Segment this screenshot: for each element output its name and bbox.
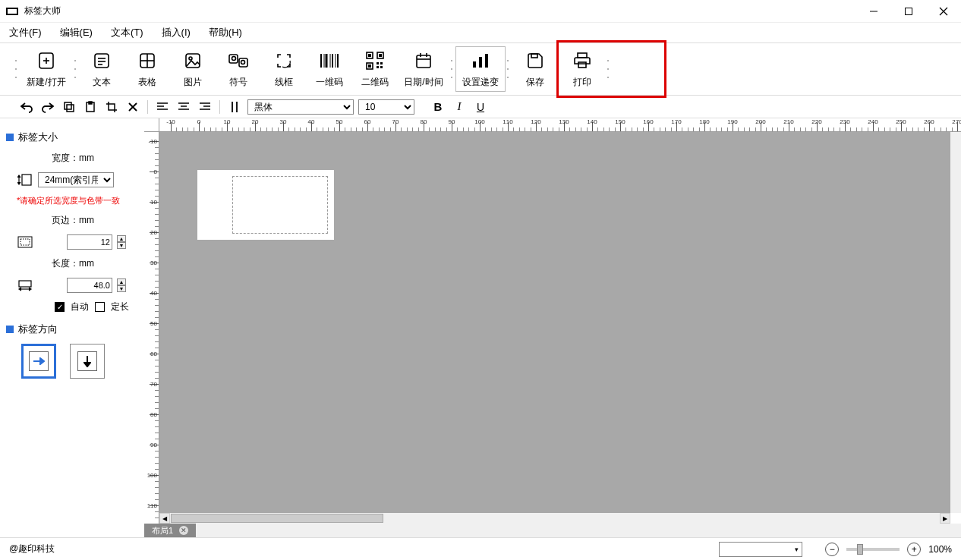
menu-insert[interactable]: 插入(I): [162, 26, 191, 39]
bold-button[interactable]: B: [430, 99, 446, 115]
ribbon-sep: [74, 51, 77, 87]
crop-button[interactable]: [103, 99, 120, 115]
width-select[interactable]: 24mm(索引用: [38, 172, 114, 187]
length-input[interactable]: [67, 278, 112, 293]
app-icon: [6, 8, 18, 15]
margin-input[interactable]: [67, 234, 112, 250]
font-select[interactable]: 黑体: [247, 99, 354, 115]
margin-row: ▲▼: [17, 234, 138, 250]
svg-rect-37: [377, 66, 379, 68]
section-marker-icon: [6, 326, 14, 333]
copy-button[interactable]: [61, 99, 77, 115]
vertical-scrollbar[interactable]: [950, 132, 961, 513]
print-icon: [572, 50, 593, 71]
ribbon-print[interactable]: 打印: [559, 46, 606, 92]
svg-rect-70: [19, 281, 31, 287]
delete-button[interactable]: [124, 99, 141, 115]
ribbon-sep: [451, 51, 454, 87]
layout-tab[interactable]: 布局1 ✕: [144, 524, 196, 537]
tab-close-icon[interactable]: ✕: [179, 526, 188, 535]
ribbon: 新建/打开 文本 表格 图片 符号 线框 一维码 二维码 日期/时间 设置递变 …: [0, 42, 961, 96]
svg-rect-48: [578, 62, 586, 68]
svg-point-19: [232, 56, 236, 60]
margin-label: 页边：mm: [52, 214, 138, 227]
menu-text[interactable]: 文本(T): [111, 26, 143, 39]
ribbon-datetime[interactable]: 日期/时间: [398, 46, 449, 92]
svg-rect-36: [380, 62, 383, 64]
zoom-in-button[interactable]: +: [907, 543, 921, 556]
length-icon: [17, 278, 33, 292]
sidebar: 标签大小 宽度：mm 24mm(索引用 *请确定所选宽度与色带一致 页边：mm …: [0, 118, 144, 537]
margin-spinner[interactable]: ▲▼: [117, 235, 126, 249]
label-canvas[interactable]: [197, 170, 334, 240]
ribbon-increment[interactable]: 设置递变: [455, 46, 506, 92]
canvas-area: -100102030405060708090100110120130140150…: [144, 118, 961, 537]
zoom-out-button[interactable]: −: [825, 543, 839, 556]
canvas-viewport[interactable]: [159, 132, 950, 513]
minimize-button[interactable]: [856, 0, 891, 23]
underline-button[interactable]: U: [472, 99, 489, 115]
ribbon-qrcode[interactable]: 二维码: [352, 46, 398, 92]
svg-point-17: [189, 57, 192, 60]
menu-help[interactable]: 帮助(H): [209, 26, 242, 39]
menu-edit[interactable]: 编辑(E): [60, 26, 93, 39]
status-combo[interactable]: ▾: [719, 542, 802, 557]
section-label-size: 标签大小: [6, 131, 138, 144]
svg-rect-39: [417, 55, 430, 68]
ribbon-barcode[interactable]: 一维码: [307, 46, 352, 92]
length-mode-row: ✓自动 定长: [55, 300, 138, 313]
text-icon: [91, 50, 112, 71]
ribbon-save[interactable]: 保存: [512, 46, 559, 92]
svg-rect-46: [531, 54, 537, 58]
undo-button[interactable]: [18, 99, 35, 115]
scroll-right-arrow[interactable]: ▶: [940, 513, 950, 524]
toolbar-separator: [147, 100, 148, 114]
svg-point-21: [241, 60, 245, 64]
ribbon-sep: [507, 51, 510, 87]
section-label-orient: 标签方向: [6, 322, 138, 336]
svg-rect-16: [186, 54, 200, 68]
orient-vertical-button[interactable]: [70, 344, 105, 379]
zoom-slider-knob[interactable]: [857, 544, 863, 555]
body: 标签大小 宽度：mm 24mm(索引用 *请确定所选宽度与色带一致 页边：mm …: [0, 118, 961, 537]
frame-icon: [273, 50, 295, 71]
horizontal-scrollbar[interactable]: ◀ ▶: [159, 513, 950, 524]
ruler-horizontal: -100102030405060708090100110120130140150…: [159, 118, 961, 132]
align-right-button[interactable]: [197, 99, 213, 115]
auto-checkbox[interactable]: ✓: [55, 302, 65, 312]
new-open-icon: [36, 50, 57, 71]
length-spinner[interactable]: ▲▼: [117, 278, 126, 292]
label-printable-area: [232, 176, 328, 234]
vertical-text-button[interactable]: [226, 99, 243, 115]
brand-label: @趣印科技: [9, 543, 55, 555]
orientation-row: [21, 344, 138, 379]
close-button[interactable]: [926, 0, 961, 23]
fixed-checkbox[interactable]: [95, 302, 105, 312]
svg-rect-43: [473, 61, 476, 68]
ribbon-frame[interactable]: 线框: [261, 46, 307, 92]
svg-rect-3: [906, 8, 912, 14]
align-left-button[interactable]: [154, 99, 171, 115]
svg-rect-66: [22, 175, 31, 185]
svg-rect-35: [377, 62, 379, 64]
redo-button[interactable]: [39, 99, 56, 115]
maximize-button[interactable]: [891, 0, 926, 23]
scroll-thumb[interactable]: [171, 514, 383, 523]
ribbon-table[interactable]: 表格: [124, 46, 170, 92]
ribbon-new-open[interactable]: 新建/打开: [20, 46, 73, 92]
italic-button[interactable]: I: [451, 99, 468, 115]
ribbon-image[interactable]: 图片: [170, 46, 216, 92]
symbol-icon: [228, 50, 249, 71]
image-icon: [182, 50, 203, 71]
ribbon-text[interactable]: 文本: [79, 46, 124, 92]
ribbon-symbol[interactable]: 符号: [216, 46, 261, 92]
orient-horizontal-button[interactable]: [21, 344, 56, 379]
zoom-slider[interactable]: [846, 548, 900, 551]
menu-file[interactable]: 文件(F): [9, 26, 42, 39]
svg-rect-32: [379, 54, 382, 57]
paste-button[interactable]: [82, 99, 99, 115]
scroll-left-arrow[interactable]: ◀: [159, 513, 170, 524]
toolbar-separator: [219, 100, 220, 114]
font-size-select[interactable]: 10: [358, 99, 414, 115]
align-center-button[interactable]: [175, 99, 192, 115]
